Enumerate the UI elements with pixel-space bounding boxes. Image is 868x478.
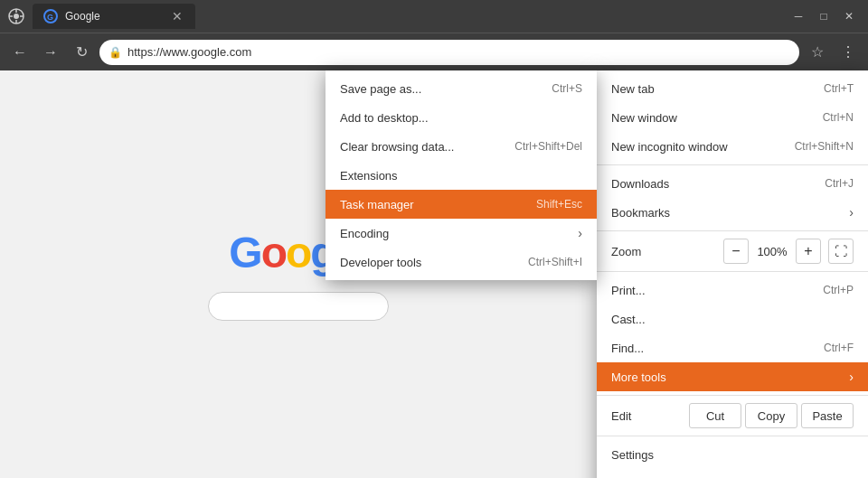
edit-buttons: Cut Copy Paste: [689, 403, 854, 428]
menu-label-more-tools: More tools: [611, 370, 842, 384]
title-bar-left: G Google ✕: [7, 4, 195, 29]
reload-button[interactable]: ↻: [69, 40, 94, 65]
edit-row: Edit Cut Copy Paste: [597, 399, 868, 432]
svg-text:G: G: [47, 13, 53, 22]
menu-item-bookmarks[interactable]: Bookmarks ›: [597, 198, 868, 227]
cut-button[interactable]: Cut: [689, 403, 741, 428]
zoom-increase-button[interactable]: +: [796, 239, 821, 264]
menu-arrow-bookmarks: ›: [849, 205, 854, 220]
tab-close-button[interactable]: ✕: [170, 9, 184, 23]
menu-arrow-more-tools: ›: [849, 370, 854, 384]
paste-button[interactable]: Paste: [801, 403, 854, 428]
menu-label-find: Find...: [611, 342, 809, 355]
close-button[interactable]: ✕: [837, 7, 861, 25]
address-text: https://www.google.com: [127, 45, 790, 59]
menu-item-incognito[interactable]: New incognito window Ctrl+Shift+N: [597, 132, 868, 161]
bookmark-star-button[interactable]: ☆: [805, 40, 830, 65]
nav-bar: ← → ↻ 🔒 https://www.google.com ☆ ⋮: [0, 33, 868, 70]
submenu-arrow-encoding: ›: [578, 226, 582, 240]
submenu-label-developer-tools: Developer tools: [340, 256, 528, 269]
menu-label-new-window: New window: [611, 111, 808, 125]
lock-icon: 🔒: [108, 46, 122, 59]
logo-o1: o: [261, 229, 286, 276]
menu-item-more-tools[interactable]: More tools ›: [597, 362, 868, 391]
copy-button[interactable]: Copy: [745, 403, 797, 428]
forward-button[interactable]: →: [38, 40, 63, 65]
submenu-item-save-page[interactable]: Save page as... Ctrl+S: [326, 74, 597, 103]
submenu-shortcut-developer-tools: Ctrl+Shift+I: [528, 256, 582, 268]
menu-item-new-window[interactable]: New window Ctrl+N: [597, 103, 868, 132]
menu-label-print: Print...: [611, 284, 808, 297]
submenu-item-developer-tools[interactable]: Developer tools Ctrl+Shift+I: [326, 248, 597, 276]
menu-item-print[interactable]: Print... Ctrl+P: [597, 276, 868, 305]
title-bar: G Google ✕ ─ □ ✕: [0, 0, 868, 33]
maximize-button[interactable]: □: [812, 7, 835, 25]
submenu-item-add-desktop[interactable]: Add to desktop...: [326, 103, 597, 132]
edit-label: Edit: [611, 409, 689, 423]
menu-item-help[interactable]: Help ›: [597, 469, 868, 478]
menu-label-bookmarks: Bookmarks: [611, 206, 842, 220]
menu-shortcut-find: Ctrl+F: [824, 342, 854, 354]
menu-divider-1: [597, 164, 868, 165]
svg-point-1: [14, 14, 19, 19]
submenu-shortcut-task-manager: Shift+Esc: [536, 198, 582, 211]
submenu-item-extensions[interactable]: Extensions: [326, 161, 597, 190]
submenu-label-save-page: Save page as...: [340, 82, 552, 96]
menu-item-new-tab[interactable]: New tab Ctrl+T: [597, 74, 868, 103]
menu-label-settings: Settings: [611, 448, 854, 462]
submenu-item-clear-browsing[interactable]: Clear browsing data... Ctrl+Shift+Del: [326, 132, 597, 161]
menu-label-downloads: Downloads: [611, 177, 810, 191]
menu-item-cast[interactable]: Cast...: [597, 305, 868, 333]
zoom-decrease-button[interactable]: −: [723, 239, 749, 264]
tab-favicon: G: [43, 9, 58, 23]
submenu-label-encoding: Encoding: [340, 227, 571, 240]
submenu-item-task-manager[interactable]: Task manager Shift+Esc: [326, 190, 597, 219]
menu-item-downloads[interactable]: Downloads Ctrl+J: [597, 169, 868, 198]
menu-shortcut-new-tab: Ctrl+T: [824, 82, 854, 95]
zoom-value: 100%: [752, 245, 792, 258]
main-dropdown-menu: New tab Ctrl+T New window Ctrl+N New inc…: [597, 70, 868, 478]
submenu-shortcut-save-page: Ctrl+S: [552, 82, 582, 95]
submenu-label-task-manager: Task manager: [340, 198, 536, 211]
submenu-shortcut-clear-browsing: Ctrl+Shift+Del: [514, 140, 582, 153]
tab-bar: G Google ✕: [33, 4, 195, 29]
menu-divider-5: [597, 436, 868, 436]
search-box[interactable]: [208, 292, 389, 321]
logo-g: G: [229, 229, 260, 276]
minimize-button[interactable]: ─: [787, 7, 810, 25]
more-tools-submenu: Save page as... Ctrl+S Add to desktop...…: [326, 70, 597, 280]
browser-icon: [7, 7, 25, 25]
menu-shortcut-print: Ctrl+P: [823, 284, 854, 296]
menu-divider-2: [597, 230, 868, 231]
menu-divider-4: [597, 395, 868, 396]
menu-shortcut-new-window: Ctrl+N: [823, 111, 854, 124]
submenu-label-extensions: Extensions: [340, 169, 582, 183]
window-controls: ─ □ ✕: [787, 7, 861, 25]
active-tab[interactable]: G Google ✕: [33, 4, 195, 29]
zoom-controls: − 100% + ⛶: [723, 239, 854, 264]
menu-item-settings[interactable]: Settings: [597, 440, 868, 469]
submenu-label-clear-browsing: Clear browsing data...: [340, 140, 514, 154]
menu-label-cast: Cast...: [611, 313, 854, 326]
menu-item-find[interactable]: Find... Ctrl+F: [597, 333, 868, 362]
logo-o2: o: [286, 229, 310, 276]
menu-label-new-tab: New tab: [611, 82, 809, 96]
back-button[interactable]: ←: [7, 40, 33, 65]
submenu-label-add-desktop: Add to desktop...: [340, 111, 582, 125]
chrome-menu-button[interactable]: ⋮: [835, 40, 861, 65]
address-bar[interactable]: 🔒 https://www.google.com: [99, 40, 799, 65]
menu-label-incognito: New incognito window: [611, 140, 780, 154]
menu-shortcut-downloads: Ctrl+J: [825, 177, 854, 190]
tab-title: Google: [65, 10, 163, 23]
zoom-fullscreen-button[interactable]: ⛶: [828, 239, 854, 264]
zoom-label: Zoom: [611, 245, 723, 258]
menu-divider-3: [597, 271, 868, 272]
submenu-item-encoding[interactable]: Encoding ›: [326, 219, 597, 248]
zoom-row: Zoom − 100% + ⛶: [597, 235, 868, 267]
menu-shortcut-incognito: Ctrl+Shift+N: [795, 140, 854, 153]
